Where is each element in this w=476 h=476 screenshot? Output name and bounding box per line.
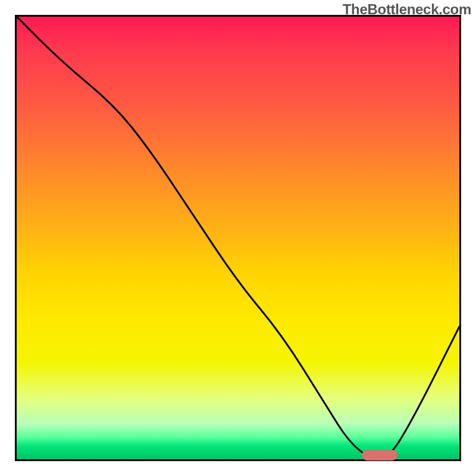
plot-area (15, 15, 461, 461)
optimal-range-marker (362, 450, 397, 461)
watermark-text: TheBottleneck.com (343, 1, 471, 18)
bottleneck-chart: TheBottleneck.com (0, 0, 476, 476)
bottleneck-line-series (17, 17, 459, 459)
